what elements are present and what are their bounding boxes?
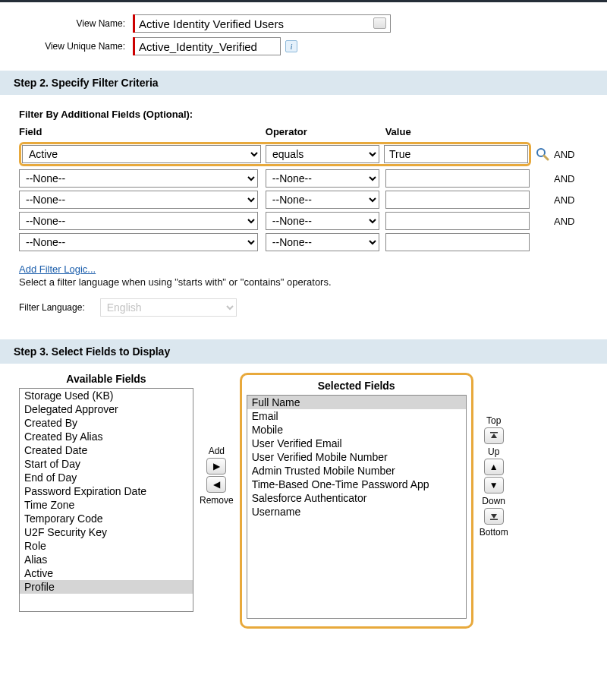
info-icon[interactable]: i bbox=[285, 40, 297, 52]
list-item[interactable]: Delegated Approver bbox=[20, 402, 193, 416]
list-item[interactable]: Created By bbox=[20, 416, 193, 430]
available-fields-listbox[interactable]: Storage Used (KB)Delegated ApproverCreat… bbox=[19, 388, 193, 612]
bottom-button[interactable] bbox=[484, 508, 504, 525]
filter-operator-select[interactable]: --None-- bbox=[266, 191, 379, 209]
lookup-icon[interactable] bbox=[536, 147, 549, 161]
add-filter-logic-link[interactable]: Add Filter Logic... bbox=[19, 263, 96, 275]
required-indicator bbox=[133, 37, 135, 55]
list-item[interactable]: Temporary Code bbox=[20, 512, 193, 525]
up-label: Up bbox=[488, 446, 499, 457]
svg-marker-3 bbox=[491, 434, 497, 438]
filter-field-select[interactable]: --None-- bbox=[19, 169, 258, 188]
and-label: AND bbox=[554, 142, 579, 166]
list-item[interactable]: Created Date bbox=[20, 443, 193, 457]
filter-hint: Select a filter language when using "sta… bbox=[19, 276, 588, 288]
filter-operator-select[interactable]: --None-- bbox=[266, 233, 379, 251]
add-button[interactable]: ▶ bbox=[206, 458, 226, 475]
filter-operator-select[interactable]: --None-- bbox=[266, 212, 379, 230]
list-item[interactable]: Active bbox=[20, 566, 193, 580]
list-item[interactable]: Admin Trusted Mobile Number bbox=[247, 464, 466, 478]
list-item[interactable]: Created By Alias bbox=[20, 430, 193, 443]
filter-field-select[interactable]: --None-- bbox=[19, 212, 258, 230]
list-item[interactable]: Profile bbox=[20, 580, 193, 594]
view-unique-label: View Unique Name: bbox=[15, 41, 133, 52]
filter-language-select: English bbox=[100, 298, 237, 317]
and-label: AND bbox=[554, 191, 579, 209]
filter-value-input[interactable] bbox=[385, 169, 530, 188]
view-unique-input[interactable] bbox=[133, 37, 281, 55]
list-item[interactable]: User Verified Email bbox=[247, 437, 466, 450]
selected-title: Selected Fields bbox=[247, 380, 467, 392]
filter-field-select[interactable]: Active bbox=[22, 145, 261, 163]
step2-header: Step 2. Specify Filter Criteria bbox=[0, 71, 607, 95]
filter-operator-select[interactable]: equals bbox=[266, 145, 379, 163]
and-label: AND bbox=[554, 212, 579, 230]
list-item[interactable]: U2F Security Key bbox=[20, 525, 193, 539]
selected-fields-listbox[interactable]: Full NameEmailMobileUser Verified EmailU… bbox=[247, 395, 467, 619]
filter-value-input[interactable] bbox=[385, 233, 530, 251]
list-item[interactable]: Email bbox=[247, 409, 466, 423]
list-item[interactable]: Time-Based One-Time Password App bbox=[247, 478, 466, 491]
col-operator: Operator bbox=[266, 126, 385, 139]
list-item[interactable]: User Verified Mobile Number bbox=[247, 450, 466, 464]
col-field: Field bbox=[19, 126, 266, 139]
available-title: Available Fields bbox=[19, 373, 193, 385]
list-item[interactable]: Password Expiration Date bbox=[20, 484, 193, 498]
svg-rect-2 bbox=[490, 432, 498, 434]
bottom-label: Bottom bbox=[480, 527, 508, 538]
filter-operator-select[interactable]: --None-- bbox=[266, 169, 379, 188]
card-icon bbox=[373, 17, 386, 29]
list-item[interactable]: Full Name bbox=[247, 396, 466, 409]
list-item[interactable]: Start of Day bbox=[20, 457, 193, 471]
filter-language-label: Filter Language: bbox=[19, 302, 85, 313]
filter-field-select[interactable]: --None-- bbox=[19, 233, 258, 251]
svg-marker-4 bbox=[491, 514, 497, 519]
filter-value-input[interactable] bbox=[385, 191, 530, 209]
and-label: AND bbox=[554, 169, 579, 188]
svg-rect-5 bbox=[490, 519, 498, 521]
svg-line-1 bbox=[544, 156, 548, 159]
remove-button[interactable]: ◀ bbox=[206, 476, 226, 493]
list-item[interactable]: Role bbox=[20, 539, 193, 553]
filter-value-input[interactable] bbox=[384, 145, 528, 163]
filter-subhead: Filter By Additional Fields (Optional): bbox=[19, 109, 588, 120]
list-item[interactable]: Storage Used (KB) bbox=[20, 389, 193, 402]
view-name-label: View Name: bbox=[15, 18, 133, 29]
filter-value-input[interactable] bbox=[385, 212, 530, 230]
step3-header: Step 3. Select Fields to Display bbox=[0, 339, 607, 364]
down-button[interactable]: ▼ bbox=[484, 477, 504, 493]
required-indicator bbox=[133, 14, 135, 33]
view-name-input[interactable] bbox=[133, 14, 391, 33]
list-item[interactable]: Mobile bbox=[247, 423, 466, 437]
down-label: Down bbox=[482, 496, 505, 506]
top-label: Top bbox=[486, 415, 501, 426]
list-item[interactable]: Username bbox=[247, 505, 466, 519]
add-label: Add bbox=[209, 446, 225, 456]
remove-label: Remove bbox=[200, 495, 234, 506]
list-item[interactable]: Time Zone bbox=[20, 498, 193, 512]
top-button[interactable] bbox=[484, 427, 504, 444]
col-value: Value bbox=[385, 126, 536, 139]
filter-field-select[interactable]: --None-- bbox=[19, 191, 258, 209]
and-label bbox=[554, 233, 579, 251]
list-item[interactable]: End of Day bbox=[20, 471, 193, 484]
filter-table: Field Operator Value ActiveequalsAND--No… bbox=[19, 123, 579, 254]
list-item[interactable]: Alias bbox=[20, 553, 193, 566]
up-button[interactable]: ▲ bbox=[484, 459, 504, 475]
list-item[interactable]: Salesforce Authenticator bbox=[247, 491, 466, 505]
